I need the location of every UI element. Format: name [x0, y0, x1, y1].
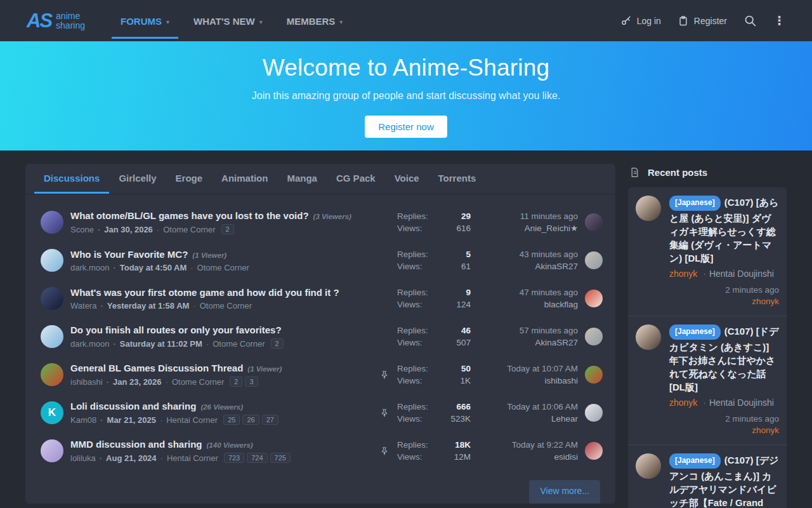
thread-author-link[interactable]: Watera	[70, 301, 96, 311]
thread-title-link[interactable]: MMD discussion and sharing	[70, 439, 202, 450]
forum-tab[interactable]: Torrents	[429, 164, 486, 194]
thread-forum-link[interactable]: Otome Corner	[187, 263, 249, 272]
thread-starter-avatar[interactable]: K	[41, 401, 63, 424]
thread-title-link[interactable]: What otome/BL/GL games have you lost to …	[70, 210, 309, 221]
last-poster-link[interactable]: blackflag	[478, 298, 578, 311]
views-count: 12M	[454, 452, 471, 462]
language-tag-pill[interactable]: [Japanese]	[669, 324, 721, 340]
thread-author-link[interactable]: loliluka	[70, 453, 96, 463]
forum-tab[interactable]: Eroge	[166, 164, 213, 194]
last-poster-link[interactable]: Anie_Reichi★	[478, 222, 578, 234]
replies-label: Replies:	[397, 402, 450, 411]
last-post-time-link[interactable]: 11 minutes ago	[478, 210, 578, 222]
page-badge[interactable]: 2	[221, 224, 234, 234]
thread-forum-link[interactable]: Otome Corner	[189, 301, 252, 311]
thread-starter-avatar[interactable]	[41, 249, 63, 272]
thread-forum-link[interactable]: Otome Corner	[202, 339, 265, 349]
last-poster-avatar[interactable]	[585, 404, 603, 422]
thread-forum-link[interactable]: Hentai Corner	[156, 415, 218, 425]
page-badge[interactable]: 26	[242, 415, 259, 425]
language-tag-pill[interactable]: [Japanese]	[669, 196, 721, 211]
last-poster-avatar[interactable]	[585, 290, 603, 307]
thread-starter-avatar[interactable]	[41, 439, 63, 462]
recent-forum-link[interactable]: Hentai Doujinshi	[700, 269, 774, 279]
page-badge[interactable]: 2	[230, 377, 242, 387]
last-poster-avatar[interactable]	[585, 442, 603, 460]
last-poster-link[interactable]: AkinaSR27	[478, 260, 578, 272]
logo-word-sharing: sharing	[56, 21, 85, 30]
site-logo[interactable]: AS anime sharing	[27, 11, 85, 30]
forum-tab[interactable]: Discussions	[34, 164, 109, 194]
recent-author-link[interactable]: zhonyk	[669, 398, 697, 408]
pushpin-icon	[380, 446, 389, 455]
thread-row: Who is Your Favorite MC? (1 Viewer) dark…	[25, 241, 615, 279]
last-poster-link[interactable]: ishibashi	[478, 375, 578, 387]
last-poster-link[interactable]: AkinaSR27	[478, 337, 578, 349]
register-button[interactable]: Register	[678, 15, 727, 27]
nav-item[interactable]: FORUMS ▾	[112, 12, 178, 39]
page-badge[interactable]: 3	[245, 377, 258, 387]
thread-author-link[interactable]: Scone	[70, 225, 94, 234]
thread-forum-link[interactable]: Otome Corner	[153, 225, 216, 234]
thread-starter-avatar[interactable]	[41, 287, 63, 310]
language-tag-pill[interactable]: [Japanese]	[669, 453, 721, 469]
thread-starter-avatar[interactable]	[41, 325, 63, 348]
last-poster-avatar[interactable]	[585, 366, 603, 384]
last-post-time-link[interactable]: Today at 9:22 AM	[478, 439, 578, 451]
forum-tab[interactable]: Voice	[385, 164, 429, 194]
page-badge[interactable]: 2	[271, 338, 284, 349]
thread-starter-avatar[interactable]	[41, 363, 63, 386]
thread-title-link[interactable]: Who is Your Favorite MC?	[70, 249, 188, 260]
last-post-time-link[interactable]: Today at 10:07 AM	[478, 363, 578, 375]
nav-item[interactable]: MEMBERS ▾	[278, 12, 352, 39]
forum-tab[interactable]: Manga	[277, 164, 327, 194]
nav-item[interactable]: WHAT'S NEW ▾	[185, 12, 272, 39]
thread-title-link[interactable]: Do you finish all routes or only your fa…	[70, 324, 282, 335]
recent-post-poster-link[interactable]: zhonyk	[636, 296, 779, 307]
thread-starter-avatar[interactable]	[41, 211, 63, 234]
recent-poster-avatar[interactable]	[636, 453, 661, 479]
recent-poster-avatar[interactable]	[636, 196, 661, 221]
last-post-time-link[interactable]: 57 minutes ago	[478, 324, 578, 337]
register-now-button[interactable]: Register now	[365, 116, 447, 138]
page-badge[interactable]: 725	[270, 453, 291, 463]
last-poster-link[interactable]: Lehear	[478, 413, 578, 425]
views-count: 523K	[450, 414, 471, 424]
recent-poster-avatar[interactable]	[636, 324, 661, 350]
last-poster-avatar[interactable]	[585, 251, 603, 269]
recent-forum-link[interactable]: Hentai Doujinshi	[700, 398, 774, 408]
thread-forum-link[interactable]: Hentai Corner	[157, 453, 218, 463]
view-more-button[interactable]: View more...	[529, 480, 600, 504]
page-badge[interactable]: 724	[247, 453, 267, 463]
page-badge[interactable]: 25	[223, 415, 240, 425]
thread-title-link[interactable]: General BL Games Discussion Thread	[70, 363, 243, 373]
forum-main-column: Discussions Girlcelly Eroge Animation Ma…	[25, 164, 615, 504]
thread-author-link[interactable]: Kam08	[70, 415, 96, 425]
recent-post-poster-link[interactable]: zhonyk	[636, 425, 779, 436]
last-post-time-link[interactable]: 43 minutes ago	[478, 248, 578, 260]
overflow-menu-button[interactable]: ⋮	[773, 15, 785, 27]
thread-author-link[interactable]: dark.moon	[70, 339, 109, 349]
login-button[interactable]: Log in	[620, 15, 661, 27]
recent-author-link[interactable]: zhonyk	[669, 269, 697, 279]
last-post-time-link[interactable]: 47 minutes ago	[478, 286, 578, 298]
forum-tab[interactable]: Animation	[212, 164, 277, 194]
page-badge[interactable]: 27	[262, 415, 278, 425]
forum-tab[interactable]: CG Pack	[327, 164, 385, 194]
views-count: 124	[456, 300, 471, 309]
forum-tab[interactable]: Girlcelly	[109, 164, 166, 194]
thread-date: Jan 30, 2026	[94, 225, 153, 234]
thread-author-link[interactable]: ishibashi	[70, 377, 103, 387]
last-poster-avatar[interactable]	[585, 328, 603, 345]
thread-title-link[interactable]: Loli discussion and sharing	[70, 401, 196, 411]
search-button[interactable]	[743, 14, 757, 27]
replies-count: 666	[450, 402, 471, 411]
thread-title-link[interactable]: What's was your first otome game and how…	[70, 287, 339, 298]
last-poster-link[interactable]: esidisi	[478, 451, 578, 463]
thread-forum-link[interactable]: Otome Corner	[162, 377, 225, 387]
thread-author-link[interactable]: dark.moon	[70, 263, 109, 272]
last-post-time-link[interactable]: Today at 10:06 AM	[478, 401, 578, 413]
last-poster-avatar[interactable]	[585, 213, 603, 231]
page-badge[interactable]: 723	[224, 453, 244, 463]
replies-label: Replies:	[397, 250, 461, 259]
